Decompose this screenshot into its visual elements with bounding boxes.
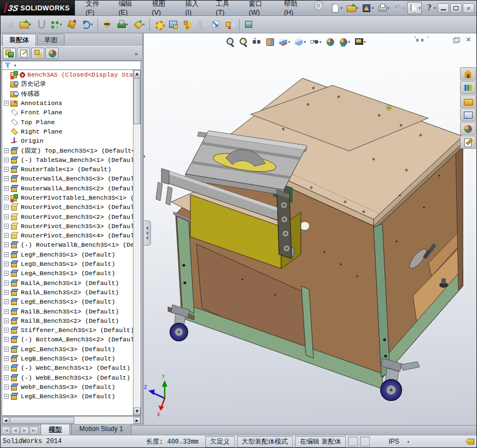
expand-plus-icon[interactable]: + [4, 281, 9, 286]
dropdown-caret-icon[interactable]: ▾ [348, 40, 351, 44]
edit-appearance-button[interactable] [324, 36, 336, 48]
panel-expand-button[interactable]: » [135, 50, 140, 57]
scroll-left-icon[interactable]: ◀ [2, 417, 9, 424]
expand-plus-icon[interactable]: + [4, 195, 9, 200]
exploded-view-button[interactable] [181, 18, 194, 31]
scroll-right-icon[interactable]: ▶ [133, 417, 141, 424]
mate-button[interactable] [34, 18, 48, 31]
tab-装配体[interactable]: 装配体 [2, 34, 36, 46]
tree-item[interactable]: +LegE_Bench3S<1> (Default) [2, 297, 133, 306]
tree-vertical-scrollbar[interactable]: ▲ ▼ [133, 70, 141, 415]
tree-item[interactable]: Right Plane [2, 127, 133, 136]
dropdown-caret-icon[interactable]: ▾ [29, 22, 31, 27]
expand-plus-icon[interactable]: + [4, 214, 9, 219]
viewport-close-doc-button[interactable] [464, 36, 474, 44]
tree-item[interactable]: +RouterPivot_Bench3S<3> (Default<<D [2, 222, 133, 231]
tree-item[interactable]: +RouterTable<1> (Default) [2, 165, 133, 174]
dropdown-caret-icon[interactable]: ▾ [371, 6, 374, 10]
tree-item[interactable]: +WebF_Bench3S<3> (Default) [2, 382, 133, 392]
tree-item[interactable]: Front Plane [2, 108, 133, 117]
expand-plus-icon[interactable]: + [4, 101, 9, 106]
interference-detection-button[interactable] [223, 18, 237, 31]
view-settings-button[interactable]: ▾ [353, 36, 367, 48]
viewport-min-doc-button[interactable] [439, 36, 449, 44]
photo-preview-button[interactable] [242, 18, 255, 31]
expand-plus-icon[interactable]: + [4, 318, 9, 323]
expand-plus-icon[interactable]: + [4, 224, 9, 229]
section-view-button[interactable] [264, 36, 276, 48]
tree-filter-input[interactable]: ▾ [2, 61, 141, 70]
expand-plus-icon[interactable]: + [4, 242, 9, 247]
tree-item[interactable]: +(-) WebC_Bench3S<1> (Default) [2, 363, 133, 373]
expand-plus-icon[interactable]: + [4, 299, 9, 304]
expand-plus-icon[interactable]: + [4, 365, 9, 370]
tree-item[interactable]: +LegD_Bench3S<1> (Default) [2, 259, 133, 269]
tree-item[interactable]: +LegE_Bench3S<3> (Default) [2, 392, 133, 401]
dropdown-caret-icon[interactable]: ▾ [319, 40, 322, 44]
tree-item[interactable]: +RouterPivot_Bench3S<4> (Default<<D [2, 231, 133, 240]
configurationmanager-tab[interactable] [31, 48, 44, 59]
dropdown-caret-icon[interactable]: ▾ [143, 22, 145, 27]
tree-item[interactable]: 传感器 [2, 89, 133, 98]
dropdown-caret-icon[interactable]: ▾ [403, 6, 405, 10]
expand-plus-icon[interactable]: + [4, 356, 9, 361]
tree-item[interactable]: +RouterWallA_Bench3S<2> (Default) [2, 184, 133, 193]
open-button[interactable]: ▾ [17, 18, 33, 31]
instant3d-button[interactable] [209, 18, 223, 31]
study-nav-button[interactable]: |◀ [2, 427, 10, 434]
units-selector[interactable]: IPS▴ [388, 438, 409, 445]
expand-plus-icon[interactable]: + [4, 158, 9, 162]
scroll-thumb[interactable] [133, 78, 141, 124]
assembly-visualize-button[interactable] [166, 18, 180, 31]
taskpane-view-palette-button[interactable] [460, 108, 476, 121]
expand-plus-icon[interactable]: + [4, 261, 9, 266]
show-hidden-components-button[interactable] [100, 18, 114, 31]
dropdown-caret-icon[interactable]: ▾ [387, 6, 389, 10]
dropdown-caret-icon[interactable]: ▾ [91, 22, 93, 27]
component-pattern-button[interactable]: ▾ [48, 18, 65, 31]
filter-funnel-icon[interactable] [3, 61, 13, 70]
tree-item[interactable]: +RouterWallA_Bench3S<3> (Default) [2, 174, 133, 183]
zoom-fit-button[interactable] [225, 36, 236, 48]
dropdown-caret-icon[interactable]: ▾ [434, 6, 436, 10]
dropdown-caret-icon[interactable]: ▾ [304, 40, 306, 44]
move-component-button[interactable]: ▾ [79, 18, 95, 31]
tree-horizontal-scrollbar[interactable]: ◀ ▶ [2, 416, 141, 424]
tree-item[interactable]: +(固定) Top_Bench3S<1> (Default<Dis [2, 146, 133, 155]
tree-item[interactable]: +LegB_Bench3S<1> (Default) [2, 354, 133, 363]
expand-plus-icon[interactable]: + [4, 176, 9, 181]
hscroll-thumb[interactable] [10, 417, 74, 424]
tree-item[interactable]: +Stiffener_Bench3S<1> (Default) [2, 325, 133, 335]
fm-tree-tab[interactable] [3, 48, 16, 59]
motion-study-button[interactable] [152, 18, 166, 31]
study-nav-button[interactable]: ▶ [20, 427, 29, 434]
dropdown-caret-icon[interactable]: ▾ [364, 40, 366, 44]
expand-plus-icon[interactable]: + [4, 186, 9, 191]
expand-plus-icon[interactable]: + [4, 385, 9, 389]
viewport-restore-doc-button[interactable] [451, 36, 462, 44]
save-document-button[interactable]: ▾ [360, 2, 375, 14]
tree-item[interactable]: 历史记录 [2, 79, 133, 89]
tree-item[interactable]: ▼Bench3AS (Closed<Display State-1>) [2, 70, 133, 79]
tree-item[interactable]: +RailB_Bench3S<2> (Default) [2, 316, 133, 325]
viewport-pane-right-button[interactable] [426, 36, 437, 44]
new-document-button[interactable]: ▾ [329, 2, 344, 14]
tree-item[interactable]: +RouterPivot_Bench3S<2> (Default<<D [2, 212, 133, 221]
taskpane-appearances-button[interactable] [460, 122, 476, 135]
zoom-area-button[interactable] [238, 36, 249, 48]
expand-plus-icon[interactable]: + [4, 337, 9, 342]
tree-item[interactable]: +RailA_Bench3S<1> (Default) [2, 278, 133, 288]
print-button[interactable]: ▾ [376, 2, 391, 14]
tree-item[interactable]: Origin [2, 136, 133, 146]
tree-item[interactable]: +LegA_Bench3S<1> (Default) [2, 269, 133, 278]
reference-geometry-button[interactable]: ▾ [131, 18, 147, 31]
expand-plus-icon[interactable]: + [4, 394, 9, 399]
tree-item[interactable]: +Annotations [2, 98, 133, 108]
tree-item[interactable]: +LegC_Bench3S<3> (Default) [2, 345, 133, 354]
dropdown-caret-icon[interactable]: ▾ [356, 6, 358, 10]
taskpane-design-library-button[interactable] [460, 81, 476, 94]
tree-item[interactable]: +RouterPivotTable1_Bench3S<1> (Defa [2, 193, 133, 202]
tab-草图[interactable]: 草图 [37, 34, 65, 46]
tree-item[interactable]: Top Plane [2, 117, 133, 126]
expand-plus-icon[interactable]: + [4, 233, 9, 238]
